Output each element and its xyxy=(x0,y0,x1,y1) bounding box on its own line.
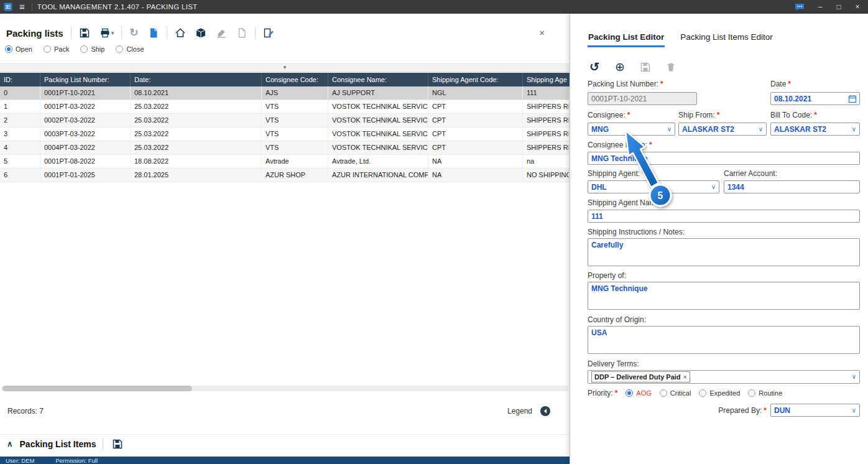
table-cell: na xyxy=(523,155,570,168)
table-row[interactable]: 30003PT-03-202225.03.2022VTSVOSTOK TECHN… xyxy=(0,128,570,141)
grid-column-header[interactable]: Date: xyxy=(131,73,262,86)
legend-button[interactable] xyxy=(540,406,551,417)
table-row[interactable]: 60001PT-01-202528.01.2025AZUR SHOPAZUR I… xyxy=(0,169,570,182)
table-cell: SHIPPERS RESPO xyxy=(523,100,570,113)
legend-arrow-icon xyxy=(540,406,551,417)
date-label: Date* xyxy=(770,80,791,88)
priority-label: Priority:* xyxy=(588,389,617,397)
new-document-button[interactable] xyxy=(146,26,161,40)
edit-button[interactable] xyxy=(261,26,276,40)
date-input[interactable]: 08.10.2021 xyxy=(770,92,860,105)
save-button[interactable] xyxy=(77,26,92,40)
signature-button[interactable] xyxy=(214,26,229,40)
required-marker: * xyxy=(649,141,652,149)
table-row[interactable]: 00001PT-10-202108.10.2021AJSAJ SUPPORTNG… xyxy=(0,86,570,100)
carrier-account-input[interactable] xyxy=(724,180,860,193)
filter-radio-pack[interactable]: Pack xyxy=(44,45,69,53)
document-button[interactable] xyxy=(234,26,249,40)
filter-radio-open[interactable]: Open xyxy=(5,45,32,53)
property-of-textarea[interactable]: MNG Technique xyxy=(588,282,860,310)
prepared-by-value: DUN xyxy=(774,406,790,415)
radio-icon xyxy=(80,45,88,53)
table-cell: 2 xyxy=(0,114,40,127)
shipping-agent-name-input[interactable] xyxy=(588,210,860,223)
table-cell: VTS xyxy=(262,100,328,113)
home-button[interactable] xyxy=(173,26,188,40)
filter-label: Open xyxy=(16,45,32,53)
table-cell: VOSTOK TECHNIKAL SERVICES xyxy=(328,141,428,154)
grid-column-header[interactable]: Packing List Number: xyxy=(40,73,131,86)
panel-close-button[interactable]: × xyxy=(535,27,548,39)
delivery-terms-select[interactable]: DDP – Delivered Duty Paid × ∨ xyxy=(588,370,860,384)
refresh-icon: ↻ xyxy=(129,27,138,39)
table-row[interactable]: 20002PT-03-202225.03.2022VTSVOSTOK TECHN… xyxy=(0,114,570,128)
packing-list-number-input[interactable] xyxy=(588,92,697,105)
panel-splitter[interactable]: ▼ xyxy=(0,63,570,72)
restore-button[interactable]: □ xyxy=(832,1,846,13)
scrollbar-thumb[interactable] xyxy=(2,386,192,391)
consignee-select[interactable]: MNG ∨ xyxy=(588,123,675,136)
priority-radio-expedited[interactable]: Expedited xyxy=(699,389,740,397)
delivery-terms-label: Delivery Terms: xyxy=(588,360,639,368)
panel-title: Packing lists xyxy=(6,28,63,39)
shipping-agent-select[interactable]: DHL ∨ xyxy=(588,180,719,193)
packing-list-editor-panel: Packing List Editor Packing List Items E… xyxy=(570,14,868,464)
priority-radio-routine[interactable]: Routine xyxy=(748,389,782,397)
shipping-instructions-textarea[interactable]: Carefully xyxy=(588,238,860,266)
refresh-button[interactable]: ↻ xyxy=(127,26,140,40)
filter-radio-ship[interactable]: Ship xyxy=(80,45,104,53)
grid-column-header[interactable]: Shipping Agent Code: xyxy=(428,73,523,86)
print-button[interactable]: ▾ xyxy=(98,26,116,40)
items-save-button[interactable] xyxy=(110,437,125,451)
table-row[interactable]: 10001PT-03-202225.03.2022VTSVOSTOK TECHN… xyxy=(0,100,570,114)
undo-button[interactable]: ↺ xyxy=(586,60,603,75)
editor-save-button[interactable] xyxy=(637,60,653,75)
table-cell: 28.01.2025 xyxy=(131,169,262,182)
table-cell: VTS xyxy=(262,141,328,154)
bill-to-code-select[interactable]: ALASKAR ST2 ∨ xyxy=(770,123,860,136)
priority-group: Priority:* AOG Critical Expedited Routin… xyxy=(588,389,782,397)
menu-icon[interactable]: ≡ xyxy=(17,1,27,13)
filter-radio-close[interactable]: Close xyxy=(116,45,144,53)
table-row[interactable]: 50001PT-08-202218.08.2022AvtradeAvtrade,… xyxy=(0,155,570,169)
table-cell: 08.10.2021 xyxy=(131,86,262,100)
close-button[interactable]: × xyxy=(851,1,864,13)
ship-from-select[interactable]: ALASKAR ST2 ∨ xyxy=(678,123,767,136)
minimize-button[interactable]: – xyxy=(813,1,827,13)
table-row[interactable]: 40004PT-03-202225.03.2022VTSVOSTOK TECHN… xyxy=(0,141,570,155)
feedback-icon[interactable] xyxy=(795,3,805,11)
add-button[interactable]: ⊕ xyxy=(612,60,628,75)
grid-column-header[interactable]: ID: xyxy=(0,73,40,86)
consignee-name-input[interactable] xyxy=(588,152,860,165)
package-button[interactable] xyxy=(193,26,208,40)
table-cell: VTS xyxy=(262,128,328,141)
table-cell: Avtrade xyxy=(262,155,328,168)
delete-button[interactable] xyxy=(663,60,679,75)
radio-icon xyxy=(626,389,633,397)
horizontal-scrollbar[interactable] xyxy=(1,386,568,391)
signature-icon xyxy=(216,27,227,39)
print-dropdown-caret-icon[interactable]: ▾ xyxy=(111,30,114,36)
priority-radio-aog[interactable]: AOG xyxy=(626,389,651,397)
grid-column-header[interactable]: Consignee Name: xyxy=(328,73,428,86)
carrier-account-label: Carrier Account: xyxy=(724,169,777,178)
country-of-origin-textarea[interactable]: USA xyxy=(588,326,860,354)
packing-lists-grid: ID:Packing List Number:Date:Consignee Co… xyxy=(0,73,570,182)
window-title: TOOL MANAGEMENT 2.1.407 - PACKING LIST xyxy=(37,3,198,11)
grid-column-header[interactable]: Consignee Code: xyxy=(262,73,328,86)
tab-packing-list-items-editor[interactable]: Packing List Items Editor xyxy=(680,30,773,47)
shipping-agent-name-label: Shipping Agent Name: xyxy=(588,198,662,207)
required-marker: * xyxy=(660,80,663,88)
grid-column-header[interactable]: Shipping Age xyxy=(523,73,570,86)
table-cell: 0004PT-03-2022 xyxy=(40,141,131,154)
remove-tag-icon[interactable]: × xyxy=(683,373,687,381)
collapse-icon[interactable]: ∧ xyxy=(7,439,13,448)
tab-packing-list-editor[interactable]: Packing List Editor xyxy=(588,30,665,47)
table-cell: 25.03.2022 xyxy=(131,114,262,127)
filter-label: Close xyxy=(126,45,144,53)
items-section-title: Packing List Items xyxy=(20,439,96,449)
prepared-by-select[interactable]: DUN ∨ xyxy=(770,404,860,417)
edit-icon xyxy=(263,27,274,39)
priority-radio-critical[interactable]: Critical xyxy=(660,389,691,397)
table-cell: CPT xyxy=(428,128,523,141)
